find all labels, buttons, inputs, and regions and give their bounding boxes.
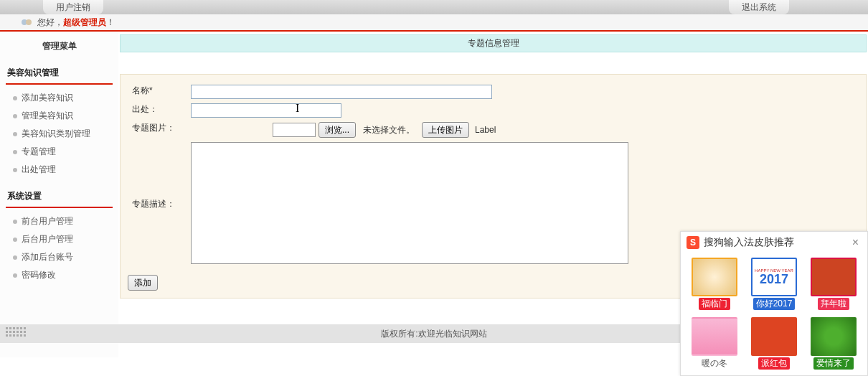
sogou-popup: S 搜狗输入法皮肤推荐 × 福临门 HAPPY NEW YEAR2017你好20… [680,231,868,376]
sidebar: 管理菜单 美容知识管理 添加美容知识 管理美容知识 美容知识类别管理 专题管理 … [0,32,118,357]
sidebar-item-label: 添加后台账号 [22,251,73,263]
greeting-suffix: ！ [106,17,115,27]
sidebar-item-topic-manage[interactable]: 专题管理 [6,143,113,161]
sidebar-item-label: 美容知识类别管理 [22,128,90,140]
bullet-icon [13,273,17,278]
skin-item-fulinmen[interactable]: 福临门 [688,258,740,310]
greeting-bar: 您好，超级管理员！ [0,14,868,32]
skin-thumb-icon: HAPPY NEW YEAR2017 [751,258,797,296]
footer-text: 版权所有:欢迎光临知识网站 [381,329,486,339]
sidebar-item-source-manage[interactable]: 出处管理 [6,161,113,179]
skin-item-bainian[interactable]: 拜年啦 [808,258,860,310]
bullet-icon [13,220,17,224]
sidebar-item-add-back-account[interactable]: 添加后台账号 [6,248,113,266]
users-icon [22,17,33,27]
skin-thumb-icon [751,317,797,356]
sogou-logo-icon: S [687,236,699,249]
skin-thumb-icon [811,258,857,296]
sidebar-item-label: 专题管理 [22,146,56,158]
bullet-icon [13,255,17,260]
sidebar-item-front-user[interactable]: 前台用户管理 [6,212,113,230]
bullet-icon [13,150,17,154]
menu-header: 管理菜单 [0,32,118,60]
sidebar-item-category-manage[interactable]: 美容知识类别管理 [6,125,113,143]
sidebar-item-manage-knowledge[interactable]: 管理美容知识 [6,107,113,125]
skin-caption: 福临门 [699,298,730,310]
skin-caption: 拜年啦 [818,298,849,310]
browse-button[interactable]: 浏览... [319,122,356,138]
upload-button[interactable]: 上传图片 [422,122,469,138]
description-textarea[interactable] [191,142,628,264]
label-source: 出处： [129,102,187,119]
skin-caption: 爱情来了 [813,357,854,370]
sidebar-item-label: 后台用户管理 [22,233,73,245]
file-path-display [273,123,316,137]
group-title-system: 系统设置 [6,187,113,208]
close-icon[interactable]: × [849,236,862,249]
sidebar-item-label: 管理美容知识 [22,110,73,122]
sidebar-item-label: 出处管理 [22,164,56,176]
tab-exit-system[interactable]: 退出系统 [729,0,789,14]
image-label-text: Label [475,125,496,135]
sidebar-item-change-password[interactable]: 密码修改 [6,266,113,284]
tab-user-logout[interactable]: 用户注销 [43,0,103,14]
section-title: 专题信息管理 [120,34,867,52]
skin-item-nuandong[interactable]: 暖の冬 [688,317,740,370]
skin-thumb-icon [692,258,737,296]
label-name: 名称* [129,83,187,100]
sidebar-item-label: 添加美容知识 [22,92,73,104]
label-image: 专题图片： [129,121,187,139]
greeting-name: 超级管理员 [63,17,106,27]
footer-grip-icon [6,327,26,337]
bullet-icon [13,168,17,172]
skin-item-hongbao[interactable]: 派红包 [747,317,800,370]
sidebar-item-label: 前台用户管理 [22,215,73,227]
sidebar-item-label: 密码修改 [22,269,56,281]
bullet-icon [13,114,17,118]
sogou-title: 搜狗输入法皮肤推荐 [704,236,845,249]
skin-thumb-icon [811,317,857,356]
bullet-icon [13,96,17,100]
skin-thumb-icon [692,317,737,356]
source-input[interactable] [191,103,341,118]
menu-group-knowledge: 美容知识管理 添加美容知识 管理美容知识 美容知识类别管理 专题管理 出处管理 [6,64,113,179]
submit-add-button[interactable]: 添加 [128,275,158,291]
greeting-text: 您好，超级管理员！ [37,17,115,29]
skin-caption: 你好2017 [753,298,796,310]
top-tab-bar: 用户注销 退出系统 [0,0,868,14]
skin-item-2017[interactable]: HAPPY NEW YEAR2017你好2017 [747,258,800,310]
bullet-icon [13,132,17,136]
group-title-knowledge: 美容知识管理 [6,64,113,85]
greeting-prefix: 您好， [37,17,63,27]
file-status: 未选择文件。 [363,124,415,136]
bullet-icon [13,238,17,242]
sidebar-item-back-user[interactable]: 后台用户管理 [6,230,113,248]
label-description: 专题描述： [129,141,187,268]
skin-item-aiqing[interactable]: 爱情来了 [808,317,860,370]
skin-caption: 派红包 [758,357,790,370]
sidebar-item-add-knowledge[interactable]: 添加美容知识 [6,89,113,107]
menu-group-system: 系统设置 前台用户管理 后台用户管理 添加后台账号 密码修改 [6,187,113,284]
skin-caption: 暖の冬 [702,358,727,368]
name-input[interactable] [191,85,492,99]
